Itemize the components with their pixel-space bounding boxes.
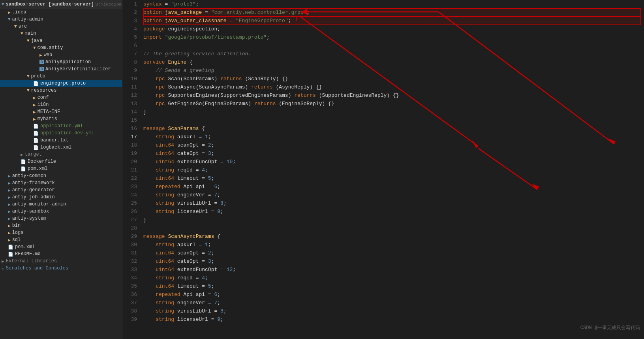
- pom-root-label: pom.xml: [15, 244, 35, 250]
- line-num-15: 15: [122, 116, 137, 124]
- line-num-18: 18: [122, 141, 137, 149]
- sidebar-item-java[interactable]: ▼ java: [0, 37, 122, 44]
- sidebar-item-com-antiy[interactable]: ▼ com.antiy: [0, 44, 122, 51]
- sidebar-item-web[interactable]: ▶ web: [0, 51, 122, 58]
- line-num-23: 23: [122, 183, 137, 191]
- sidebar-item-enginegrpc-proto[interactable]: 📄 enginegrpc.proto: [0, 80, 122, 87]
- line-num-1: 1: [122, 0, 137, 8]
- line-num-11: 11: [122, 83, 137, 91]
- sidebar-item-antiy-monitor-admin[interactable]: ▶ antiy-monitor-admin: [0, 201, 122, 208]
- sidebar-item-antiy-sandbox[interactable]: ▶ antiy-sandbox: [0, 208, 122, 215]
- line-num-32: 32: [122, 257, 137, 266]
- sidebar-item-application-dev-yml[interactable]: 📄 application-dev.yml: [0, 130, 122, 137]
- folder-icon: ▶: [8, 237, 11, 243]
- sql-label: sql: [12, 237, 21, 243]
- sidebar-item-pom-root[interactable]: 📄 pom.xml: [0, 243, 122, 250]
- sidebar-item-logs[interactable]: ▶ logs: [0, 229, 122, 236]
- code-line-5: import "google/protobuf/timestamp.proto"…: [143, 33, 641, 41]
- code-editor[interactable]: syntax = "proto3"; option java_package =…: [140, 0, 644, 339]
- line-num-3: 3: [122, 17, 137, 25]
- line-num-37: 37: [122, 299, 137, 307]
- line-num-25: 25: [122, 199, 137, 207]
- scratches-icon: ✏: [2, 266, 4, 271]
- antiy-system-label: antiy-system: [12, 216, 46, 221]
- antiy-servlet-label: AnTiyServletInitializer: [45, 66, 111, 72]
- resources-label: resources: [31, 88, 57, 93]
- readme-label: README.md: [15, 251, 41, 257]
- sidebar-item-bin[interactable]: ▶ bin: [0, 222, 122, 229]
- line-num-21: 21: [122, 166, 137, 174]
- sidebar-item-pom-admin[interactable]: 📄 pom.xml: [0, 165, 122, 172]
- folder-icon: ▼: [27, 74, 30, 79]
- antiy-sandbox-label: antiy-sandbox: [12, 209, 49, 214]
- sidebar-item-idea[interactable]: ▶ .idea: [0, 9, 122, 16]
- module-icon: ▼: [8, 17, 11, 22]
- sidebar-item-antiy-system[interactable]: ▶ antiy-system: [0, 215, 122, 222]
- code-line-35: uint64 timeout = 5;: [143, 282, 641, 290]
- antiy-application-label: AnTiyApplication: [45, 59, 91, 65]
- root-label: sandbox-server [sandbox-server]: [6, 2, 94, 7]
- code-line-25: string virusLibUrl = 8;: [143, 199, 641, 207]
- line-num-5: 5: [122, 33, 137, 41]
- line-num-38: 38: [122, 307, 137, 315]
- line-num-31: 31: [122, 249, 137, 257]
- sidebar-item-mybatis[interactable]: ▶ mybatis: [0, 115, 122, 122]
- line-num-33: 33: [122, 266, 137, 274]
- conf-label: conf: [38, 95, 49, 100]
- line-num-26: 26: [122, 207, 137, 216]
- folder-icon: ▶: [8, 10, 11, 15]
- line-num-20: 20: [122, 158, 137, 166]
- folder-icon: ▶: [21, 152, 23, 157]
- web-label: web: [44, 52, 53, 58]
- code-line-39: string licenseUrl = 9;: [143, 315, 641, 324]
- sidebar-item-proto[interactable]: ▼ proto: [0, 73, 122, 80]
- sidebar-item-banner[interactable]: 📄 banner.txt: [0, 137, 122, 144]
- sidebar-item-dockerfile[interactable]: 📄 Dockerfile: [0, 158, 122, 165]
- sidebar-item-logback[interactable]: 📄 logback.xml: [0, 144, 122, 151]
- sidebar-item-readme[interactable]: 📄 README.md: [0, 250, 122, 258]
- code-line-13: rpc GetEngineSo(EngineSoParams) returns …: [143, 100, 641, 108]
- external-libraries-label: External Libraries: [6, 258, 57, 264]
- sidebar-item-antiy-common[interactable]: ▶ antiy-common: [0, 172, 122, 179]
- mybatis-label: mybatis: [38, 116, 57, 122]
- code-line-30: string apkUrl = 1;: [143, 241, 641, 249]
- line-num-39: 39: [122, 315, 137, 324]
- line-num-30: 30: [122, 241, 137, 249]
- sidebar-item-antiy-job-admin[interactable]: ▶ antiy-job-admin: [0, 194, 122, 201]
- sidebar-item-external-libraries[interactable]: ▶ External Libraries: [0, 258, 122, 265]
- sidebar-item-main[interactable]: ▼ main: [0, 30, 122, 37]
- project-root[interactable]: ▼ sandbox-server [sandbox-server] D:\ide…: [0, 0, 122, 9]
- code-line-33: uint64 extendFuncOpt = 13;: [143, 266, 641, 274]
- sidebar-item-sql[interactable]: ▶ sql: [0, 236, 122, 243]
- logback-label: logback.xml: [40, 145, 71, 150]
- line-num-13: 13: [122, 100, 137, 108]
- package-icon: ▼: [33, 45, 36, 50]
- code-line-34: string reqId = 4;: [143, 274, 641, 282]
- xml-icon: 📄: [33, 145, 39, 150]
- sidebar-item-antiy-application[interactable]: 🅰 AnTiyApplication: [0, 58, 122, 66]
- sidebar-item-antiy-generator[interactable]: ▶ antiy-generator: [0, 186, 122, 194]
- sidebar-item-conf[interactable]: ▶ conf: [0, 94, 122, 101]
- com-antiy-label: com.antiy: [38, 45, 63, 51]
- line-num-10: 10: [122, 75, 137, 83]
- sidebar-item-meta-inf[interactable]: ▶ META-INF: [0, 108, 122, 115]
- pom-admin-label: pom.xml: [28, 166, 47, 171]
- line-num-22: 22: [122, 174, 137, 183]
- sidebar: ▼ sandbox-server [sandbox-server] D:\ide…: [0, 0, 122, 339]
- line-num-29: 29: [122, 232, 137, 241]
- sidebar-item-antiy-servlet[interactable]: 🅰 AnTiyServletInitializer: [0, 66, 122, 73]
- sidebar-item-resources[interactable]: ▼ resources: [0, 87, 122, 94]
- sidebar-item-antiy-admin[interactable]: ▼ antiy-admin: [0, 16, 122, 23]
- sidebar-item-application-yml[interactable]: 📄 application.yml: [0, 122, 122, 130]
- code-line-15: [143, 116, 641, 124]
- sidebar-item-src[interactable]: ▼ src: [0, 23, 122, 30]
- main-label: main: [25, 31, 36, 36]
- sidebar-item-antiy-framework[interactable]: ▶ antiy-framework: [0, 179, 122, 186]
- sidebar-item-target[interactable]: ▶ target: [0, 151, 122, 158]
- dockerfile-label: Dockerfile: [28, 159, 56, 164]
- line-num-12: 12: [122, 91, 137, 100]
- sidebar-item-i18n[interactable]: ▶ i18n: [0, 101, 122, 108]
- folder-icon: ▶: [33, 102, 36, 107]
- module-icon: ▶: [8, 188, 11, 193]
- sidebar-item-scratches[interactable]: ✏ Scratches and Consoles: [0, 265, 122, 272]
